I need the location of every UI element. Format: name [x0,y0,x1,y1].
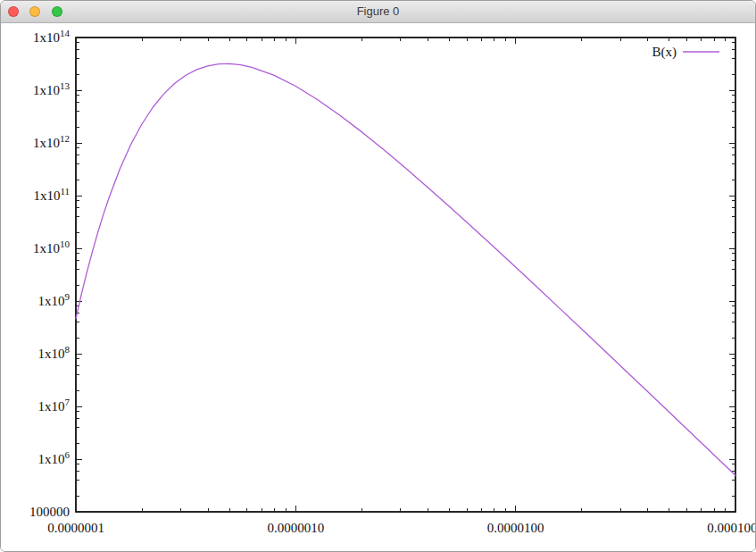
plot-canvas: B(x) 0.00000010.00000100.00001000.000100… [1,23,756,552]
window-titlebar[interactable]: Figure 0 [1,1,755,23]
y-tick-label: 1x1013 [1,80,70,100]
x-tick-label: 0.0000001 [36,519,116,537]
x-tick-label: 0.0000010 [255,519,336,537]
figure-window: Figure 0 B(x) 0.00000010.00000100.000010… [0,0,756,552]
minimize-button[interactable] [29,6,40,17]
y-tick-label: 1x1012 [1,133,70,153]
y-tick-label: 100000 [1,502,70,522]
traffic-lights [8,6,70,17]
y-tick-label: 1x107 [1,397,70,416]
plot-svg [1,23,756,552]
y-tick-label: 1x106 [1,449,70,469]
y-tick-label: 1x1014 [1,28,70,47]
y-tick-label: 1x108 [1,344,70,364]
window-title: Figure 0 [1,1,755,22]
x-tick-label: 0.0001000 [695,519,756,537]
zoom-button[interactable] [52,6,62,17]
y-tick-label: 1x1011 [1,186,70,205]
y-tick-label: 1x109 [1,291,70,311]
legend-label: B(x) [652,43,677,61]
x-tick-label: 0.0000100 [476,519,556,537]
close-button[interactable] [8,6,19,17]
y-tick-label: 1x1010 [1,238,70,258]
